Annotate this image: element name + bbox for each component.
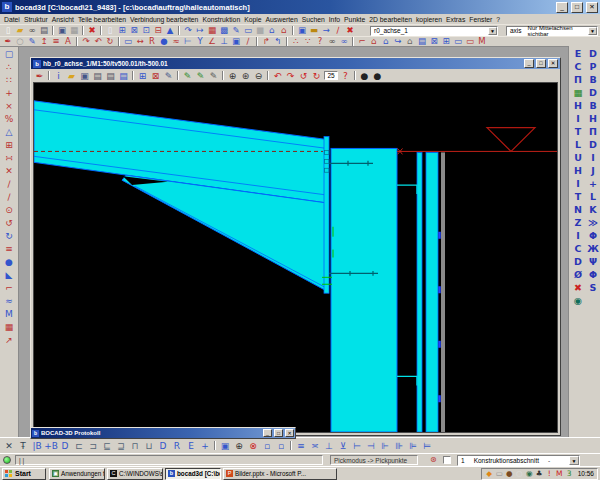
zoom-rect2-icon[interactable]: ⊐ (86, 439, 100, 453)
taskbar-task-powerpoint[interactable]: PBilder.pptx - Microsoft P... (223, 468, 337, 480)
monitor-icon[interactable]: ▭ (242, 25, 254, 36)
redo-icon[interactable]: ↷ (284, 70, 297, 82)
delete-profile-icon[interactable]: ✖ (571, 281, 585, 294)
magnify-x-icon[interactable]: ⊗ (246, 439, 260, 453)
circle-dot-icon[interactable]: ⊙ (1, 204, 17, 217)
add-beam-icon[interactable]: +B (44, 439, 58, 453)
rotate-ccw-icon[interactable]: ↺ (297, 70, 310, 82)
protokoll-minimize-button[interactable]: _ (263, 429, 272, 437)
menu-item-konstruktion[interactable]: Konstruktion (200, 16, 242, 23)
section-zh-icon[interactable]: Ж (586, 242, 600, 255)
view-rotate-icon[interactable]: ↷ (182, 25, 194, 36)
ball-icon[interactable]: ● (1, 256, 17, 269)
select-beam-icon[interactable]: |B (30, 439, 44, 453)
section-i-icon[interactable]: I (586, 151, 600, 164)
tray-app2-icon[interactable]: ▭ (495, 469, 504, 478)
minimize-button[interactable]: _ (556, 2, 568, 13)
pencil-dark-icon[interactable]: ✎ (207, 70, 220, 82)
building-red-icon[interactable]: ⌂ (278, 25, 290, 36)
page-grid-icon[interactable]: ⊡ (140, 25, 152, 36)
arc-cw-icon[interactable]: ↷ (80, 36, 92, 47)
zoom-rect5-icon[interactable]: ⊓ (128, 439, 142, 453)
close-red-icon[interactable]: ✖ (344, 25, 356, 36)
section-psi-icon[interactable]: Ψ (586, 255, 600, 268)
section-h-icon[interactable]: H (586, 112, 600, 125)
profile-t2-icon[interactable]: T (571, 190, 585, 203)
menu-item-teile-bearbeiten[interactable]: Teile bearbeiten (76, 16, 128, 23)
menu-item-verbindung-bearbeiten[interactable]: Verbindung bearbeiten (128, 16, 200, 23)
weld-icon[interactable]: ≈ (170, 36, 182, 47)
arrow-page-icon[interactable]: ↪ (392, 36, 404, 47)
ball-icon[interactable]: ● (158, 36, 170, 47)
maximize-button[interactable]: □ (571, 2, 583, 13)
menu-item-info[interactable]: Info (327, 16, 342, 23)
pin-icon[interactable]: ✒ (33, 70, 46, 82)
stamp-a-icon[interactable]: A (62, 36, 74, 47)
chevron-down-icon[interactable]: ▼ (488, 27, 497, 35)
menu-item-auswerten[interactable]: Auswerten (264, 16, 300, 23)
profile-round-icon[interactable]: Ø (571, 268, 585, 281)
zoom-in-icon[interactable]: ⊕ (226, 70, 239, 82)
align-icon[interactable]: ≍ (308, 439, 322, 453)
perp-icon[interactable]: ⊥ (218, 36, 230, 47)
section-p-icon[interactable]: P (586, 60, 600, 73)
new-file-icon[interactable]: ▯ (2, 25, 14, 36)
pencil-green2-icon[interactable]: ✎ (194, 70, 207, 82)
pencil-grid-icon[interactable]: ✎ (230, 25, 242, 36)
cross-icon[interactable]: ✕ (1, 165, 17, 178)
start-button[interactable]: Start (2, 468, 46, 480)
menu-item--[interactable]: ? (494, 16, 502, 23)
gray-square-icon[interactable]: ■ (254, 25, 266, 36)
profile-c-icon[interactable]: C (571, 60, 585, 73)
search-file-icon[interactable]: ∞ (26, 25, 38, 36)
view-dark-icon[interactable]: ● (358, 70, 371, 82)
dashed-rect-icon[interactable]: ▭ (122, 36, 134, 47)
cursor-icon[interactable]: Ŧ (16, 439, 30, 453)
view-dark2-icon[interactable]: ● (371, 70, 384, 82)
page-new-icon[interactable]: ▯ (104, 25, 116, 36)
menu-item-kopieren[interactable]: kopieren (414, 16, 444, 23)
arc-ccw-icon[interactable]: ↶ (92, 36, 104, 47)
menu-item-ansicht[interactable]: Ansicht (50, 16, 76, 23)
points-grid-icon[interactable]: ⊞ (1, 139, 17, 152)
section-l-icon[interactable]: L (586, 190, 600, 203)
view-insert-icon[interactable]: ↦ (194, 25, 206, 36)
menu-item-struktur[interactable]: Struktur (22, 16, 50, 23)
points-x-icon[interactable]: × (1, 100, 17, 113)
ellipse-icon[interactable]: ○ (14, 36, 26, 47)
chevron-down-icon[interactable]: ▼ (569, 456, 579, 465)
print2-icon[interactable]: ▤ (104, 70, 117, 82)
building-a-icon[interactable]: ⌂ (368, 36, 380, 47)
profile-h-icon[interactable]: H (571, 99, 585, 112)
protokoll-maximize-button[interactable]: □ (274, 429, 283, 437)
section-d3-icon[interactable]: D (586, 138, 600, 151)
binoculars-plus-icon[interactable]: ∞ (338, 36, 350, 47)
zoom-rect6-icon[interactable]: ⊔ (142, 439, 156, 453)
profile-u-icon[interactable]: U (571, 151, 585, 164)
detail2-icon[interactable]: D (156, 439, 170, 453)
zoom-world-icon[interactable]: ⊛ (239, 70, 252, 82)
page-anchor-icon[interactable]: ⊞ (116, 25, 128, 36)
plus-icon[interactable]: + (198, 439, 212, 453)
box-icon[interactable]: ▦ (68, 25, 80, 36)
profile-t-icon[interactable]: T (571, 125, 585, 138)
chevron-down-icon[interactable]: ▼ (588, 27, 597, 35)
profile-d-icon[interactable]: D (571, 255, 585, 268)
section-b2-icon[interactable]: B (586, 99, 600, 112)
arc-rotate-icon[interactable]: ↻ (104, 36, 116, 47)
taskbar-task-bocad3d[interactable]: bbocad3d [C:\bocad\2... (165, 468, 221, 480)
points-plus-icon[interactable]: + (1, 87, 17, 100)
points-diag-icon[interactable]: ∴ (1, 61, 17, 74)
profile-z-icon[interactable]: Z (571, 216, 585, 229)
arrow-right-icon[interactable]: → (320, 25, 332, 36)
profile-green-icon[interactable]: ▦ (571, 86, 585, 99)
page-edit-icon[interactable]: ⊠ (128, 25, 140, 36)
detail-icon[interactable]: D (58, 439, 72, 453)
grid-plus-icon[interactable]: ⊞ (440, 36, 452, 47)
palette-icon[interactable]: ▬ (308, 25, 320, 36)
section-b-icon[interactable]: B (586, 73, 600, 86)
join-icon[interactable]: ⊻ (336, 439, 350, 453)
grid-x-icon[interactable]: ⊠ (428, 36, 440, 47)
pages-icon[interactable]: ▤ (416, 36, 428, 47)
flag-icon[interactable]: ⌐ (356, 36, 368, 47)
